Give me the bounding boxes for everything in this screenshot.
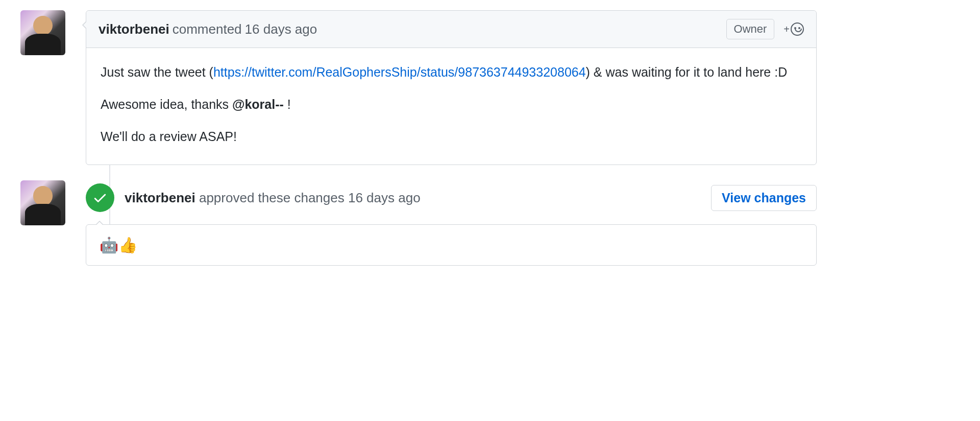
comment-timestamp[interactable]: 16 days ago (245, 21, 317, 37)
tweet-link[interactable]: https://twitter.com/RealGophersShip/stat… (213, 65, 586, 79)
comment-text: ! (284, 97, 291, 111)
comment-author[interactable]: viktorbenei (99, 21, 169, 37)
review-header: viktorbenei approved these changes 16 da… (86, 180, 817, 224)
review-body: 🤖👍 (86, 224, 817, 266)
avatar[interactable] (20, 10, 65, 55)
comment-body: Just saw the tweet (https://twitter.com/… (86, 48, 816, 165)
review-timestamp[interactable]: 16 days ago (348, 190, 421, 205)
review-item: viktorbenei approved these changes 16 da… (20, 180, 817, 266)
view-changes-button[interactable]: View changes (711, 185, 817, 211)
comment-header: viktorbenei commented 16 days ago Owner … (86, 11, 816, 48)
comment-text: We'll do a review ASAP! (101, 127, 802, 147)
comment-action: commented (173, 21, 242, 37)
comment-box: viktorbenei commented 16 days ago Owner … (86, 10, 817, 165)
comment-text: ) & was waiting for it to land here :D (586, 65, 788, 79)
smiley-icon (791, 22, 804, 36)
review-emoji: 🤖👍 (100, 237, 137, 253)
plus-icon: + (783, 24, 790, 35)
review-action: approved these changes (199, 190, 345, 205)
review-author[interactable]: viktorbenei (125, 190, 195, 205)
comment-item: viktorbenei commented 16 days ago Owner … (20, 10, 817, 165)
approved-check-icon (86, 183, 114, 212)
add-reaction-button[interactable]: + (783, 22, 804, 36)
avatar[interactable] (20, 180, 65, 225)
user-mention[interactable]: @koral-- (232, 97, 284, 111)
comment-text: Awesome idea, thanks (101, 97, 232, 111)
comment-text: Just saw the tweet ( (101, 65, 213, 79)
owner-badge: Owner (726, 19, 775, 39)
